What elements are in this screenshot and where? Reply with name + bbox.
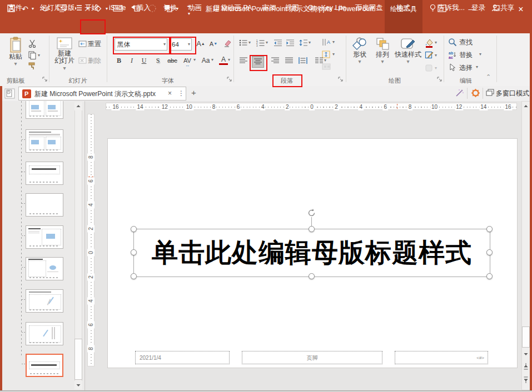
reset-slide-button[interactable]: 重置 bbox=[88, 39, 101, 49]
copy-dropdown-icon[interactable]: ▾ bbox=[38, 53, 40, 58]
document-tab[interactable]: P 新建 Microsoft PowerPoint 演示文稿.pptx × ⋮ bbox=[18, 87, 186, 100]
shape-fill-dropdown-icon[interactable]: ▾ bbox=[435, 40, 437, 45]
multi-window-mode-button[interactable]: 多窗口模式 bbox=[496, 89, 529, 98]
magic-wand-icon[interactable] bbox=[455, 88, 465, 98]
tab-islide[interactable]: iSlide bbox=[109, 2, 126, 14]
increase-indent-icon[interactable] bbox=[286, 39, 296, 49]
resize-handle-sw[interactable] bbox=[131, 273, 137, 279]
select-button[interactable]: 选择 bbox=[459, 63, 473, 73]
collapse-ribbon-icon[interactable]: ⌃ bbox=[486, 73, 491, 81]
quick-styles-dropdown-icon[interactable]: ▾ bbox=[394, 58, 422, 64]
slide-layout-thumbnail-7[interactable] bbox=[26, 289, 63, 313]
font-name-dropdown-icon[interactable]: ▾ bbox=[163, 39, 166, 50]
new-slide-button[interactable]: 新建 幻灯片 ▾ bbox=[52, 36, 77, 72]
animation-pane-icon[interactable] bbox=[74, 4, 84, 14]
italic-button[interactable]: I bbox=[128, 56, 136, 66]
tab-transitions[interactable]: 切换 bbox=[163, 2, 177, 14]
align-right-button[interactable] bbox=[271, 57, 281, 67]
tab-menu-icon[interactable]: ⋮ bbox=[178, 89, 185, 97]
editor-scrollbar-thumb[interactable] bbox=[522, 326, 530, 348]
increase-font-size-button[interactable]: A▲ bbox=[195, 39, 206, 49]
editor-scroll-down-button[interactable] bbox=[522, 350, 530, 358]
columns-dropdown-icon[interactable]: ▾ bbox=[324, 58, 326, 63]
character-spacing-button[interactable]: AV↔ bbox=[181, 56, 193, 66]
decrease-indent-icon[interactable] bbox=[274, 39, 284, 49]
shape-fill-icon[interactable] bbox=[425, 38, 435, 48]
font-dialog-launcher-icon[interactable] bbox=[227, 77, 232, 82]
align-center-button[interactable] bbox=[252, 56, 264, 68]
resize-handle-nw[interactable] bbox=[131, 226, 137, 232]
font-name-combo[interactable]: 黑体▾ bbox=[115, 38, 167, 51]
align-left-button[interactable] bbox=[239, 57, 249, 67]
find-icon[interactable] bbox=[448, 38, 458, 48]
font-color-button[interactable]: A bbox=[219, 56, 228, 65]
shapes-dropdown-icon[interactable]: ▾ bbox=[349, 58, 370, 64]
numbering-dropdown-icon[interactable]: ▾ bbox=[266, 40, 268, 45]
date-placeholder[interactable]: 2021/1/4 bbox=[135, 351, 230, 364]
align-text-dropdown-icon[interactable]: ▾ bbox=[332, 52, 335, 57]
shape-outline-icon[interactable] bbox=[425, 51, 435, 61]
shapes-button[interactable]: 形状 ▾ bbox=[349, 36, 370, 64]
new-tab-button[interactable]: + bbox=[191, 88, 196, 97]
find-button[interactable]: 查找 bbox=[459, 37, 473, 47]
resize-handle-n[interactable] bbox=[309, 226, 315, 232]
tell-me-box[interactable]: 告诉我... bbox=[438, 2, 465, 14]
arrange-dropdown-icon[interactable]: ▾ bbox=[371, 58, 394, 64]
drawing-dialog-launcher-icon[interactable] bbox=[437, 77, 442, 82]
clipboard-dialog-launcher-icon[interactable] bbox=[42, 77, 48, 82]
line-spacing-icon[interactable] bbox=[299, 39, 309, 49]
gear-icon[interactable] bbox=[471, 88, 481, 98]
slide-layout-thumbnail-8[interactable] bbox=[26, 322, 63, 345]
close-tab-icon[interactable]: × bbox=[168, 89, 172, 97]
paste-dropdown-icon[interactable]: ▾ bbox=[4, 61, 27, 67]
reset-slide-icon[interactable] bbox=[78, 40, 88, 50]
replace-button[interactable]: 替换 bbox=[459, 50, 473, 60]
title-placeholder[interactable]: 单击此处编辑母版标题样式 bbox=[133, 229, 490, 277]
tab-insert[interactable]: 插入 bbox=[137, 2, 151, 14]
tab-slide-master[interactable]: 幻灯片母版 bbox=[40, 2, 75, 14]
font-color-dropdown-icon[interactable]: ▾ bbox=[228, 57, 230, 62]
title-placeholder-text[interactable]: 单击此处编辑母版标题样式 bbox=[134, 229, 490, 277]
slide-layout-thumbnail-9[interactable] bbox=[26, 354, 63, 377]
replace-dropdown-icon[interactable]: ▾ bbox=[479, 52, 481, 57]
close-button[interactable]: × bbox=[511, 2, 530, 16]
change-case-dropdown-icon[interactable]: ▾ bbox=[211, 57, 213, 62]
numbering-icon[interactable]: 123 bbox=[256, 39, 266, 49]
tab-review[interactable]: 审阅 bbox=[262, 2, 276, 14]
thumbnail-scroll-up-button[interactable] bbox=[74, 102, 82, 110]
tab-format[interactable]: 格式 bbox=[396, 2, 410, 14]
cut-icon[interactable] bbox=[28, 39, 38, 49]
slide-layout-thumbnail-4[interactable] bbox=[26, 193, 63, 217]
resize-handle-w[interactable] bbox=[131, 249, 137, 255]
bullets-icon[interactable] bbox=[239, 39, 249, 49]
slide-canvas[interactable]: 单击此处编辑母版标题样式 2021/1/4 页脚 <#> bbox=[108, 139, 517, 368]
quick-styles-button[interactable]: 快速样式 ▾ bbox=[394, 36, 422, 64]
paste-button[interactable]: 粘贴 ▾ bbox=[4, 36, 27, 67]
tab-view[interactable]: 视图 bbox=[285, 2, 299, 14]
copy-icon[interactable] bbox=[28, 51, 38, 61]
slide-number-placeholder[interactable]: <#> bbox=[395, 351, 488, 364]
underline-button[interactable]: U bbox=[140, 56, 148, 66]
slide-layout-thumbnail-2[interactable] bbox=[26, 129, 63, 153]
footer-placeholder[interactable]: 页脚 bbox=[242, 351, 382, 364]
tab-pocket-animation[interactable]: 口袋动画 PA bbox=[213, 2, 252, 14]
resize-handle-e[interactable] bbox=[486, 249, 493, 255]
paragraph-dialog-launcher-icon[interactable] bbox=[338, 77, 344, 82]
font-size-combo[interactable]: 64▾ bbox=[169, 38, 192, 51]
character-spacing-dropdown-icon[interactable]: ▾ bbox=[193, 57, 196, 62]
select-icon[interactable] bbox=[448, 63, 458, 73]
text-direction-icon[interactable]: A bbox=[321, 38, 331, 48]
resize-handle-s[interactable] bbox=[309, 273, 315, 279]
slide-layout-thumbnail-6[interactable] bbox=[26, 257, 63, 280]
change-case-button[interactable]: Aa bbox=[200, 56, 211, 66]
shape-outline-dropdown-icon[interactable]: ▾ bbox=[435, 53, 437, 58]
thumbnail-scrollbar-thumb[interactable] bbox=[74, 339, 82, 380]
text-shadow-button[interactable]: S bbox=[153, 56, 162, 66]
columns-icon[interactable] bbox=[315, 57, 325, 67]
new-slide-dropdown-icon[interactable]: ▾ bbox=[63, 65, 66, 71]
font-size-dropdown-icon[interactable]: ▾ bbox=[188, 39, 190, 50]
slide-layout-thumbnail-5[interactable] bbox=[26, 225, 63, 249]
select-dropdown-icon[interactable]: ▾ bbox=[476, 64, 478, 69]
line-spacing-dropdown-icon[interactable]: ▾ bbox=[309, 40, 311, 45]
undo-dropdown-icon[interactable]: ▾ bbox=[30, 4, 36, 14]
